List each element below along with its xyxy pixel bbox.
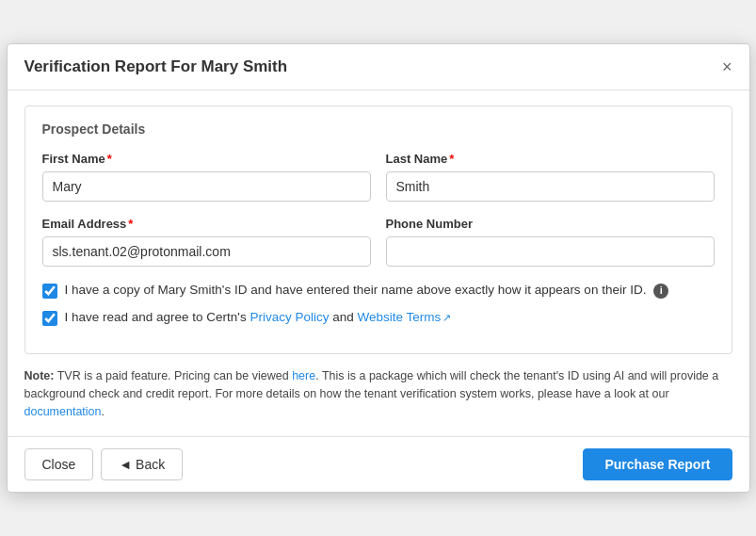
website-terms-link[interactable]: Website Terms↗ (358, 310, 452, 324)
close-button[interactable]: Close (24, 448, 94, 480)
purchase-report-button[interactable]: Purchase Report (583, 448, 732, 480)
email-label: Email Address* (42, 217, 371, 231)
modal-dialog: Verification Report For Mary Smith × Pro… (7, 43, 750, 492)
close-x-button[interactable]: × (722, 58, 732, 75)
phone-label: Phone Number (386, 217, 715, 231)
last-name-label: Last Name* (386, 152, 715, 166)
phone-group: Phone Number (386, 217, 715, 267)
footer-left-buttons: Close ◄ Back (24, 448, 184, 480)
terms-checkbox-label: I have read and agree to Certn's Privacy… (65, 309, 452, 327)
email-required: * (128, 217, 133, 231)
modal-body: Prospect Details First Name* Last Name* (8, 90, 749, 435)
first-name-required: * (107, 152, 112, 166)
id-checkbox-row: I have a copy of Mary Smith's ID and hav… (42, 282, 715, 300)
first-name-input[interactable] (42, 171, 371, 202)
modal-footer: Close ◄ Back Purchase Report (8, 436, 749, 492)
first-name-group: First Name* (42, 152, 371, 202)
here-link[interactable]: here (292, 369, 315, 382)
info-icon[interactable]: i (653, 284, 668, 299)
id-checkbox[interactable] (42, 284, 57, 299)
id-checkbox-label: I have a copy of Mary Smith's ID and hav… (65, 282, 669, 300)
terms-checkbox-row: I have read and agree to Certn's Privacy… (42, 309, 715, 327)
note-section: Note: TVR is a paid feature. Pricing can… (24, 367, 732, 420)
last-name-group: Last Name* (386, 152, 715, 202)
email-input[interactable] (42, 236, 371, 267)
back-button[interactable]: ◄ Back (101, 448, 183, 480)
prospect-details-title: Prospect Details (42, 122, 715, 137)
modal-title: Verification Report For Mary Smith (24, 57, 288, 76)
email-group: Email Address* (42, 217, 371, 267)
note-bold: Note: (24, 369, 55, 382)
phone-input[interactable] (386, 236, 715, 267)
privacy-policy-link[interactable]: Privacy Policy (249, 310, 329, 324)
modal-header: Verification Report For Mary Smith × (8, 44, 749, 90)
first-name-label: First Name* (42, 152, 371, 166)
external-link-icon: ↗ (442, 312, 451, 323)
prospect-card: Prospect Details First Name* Last Name* (24, 106, 732, 354)
last-name-required: * (449, 152, 454, 166)
last-name-input[interactable] (386, 171, 715, 202)
contact-row: Email Address* Phone Number (42, 217, 715, 267)
name-row: First Name* Last Name* (42, 152, 715, 202)
documentation-link[interactable]: documentation (24, 405, 102, 418)
terms-checkbox[interactable] (42, 311, 57, 326)
